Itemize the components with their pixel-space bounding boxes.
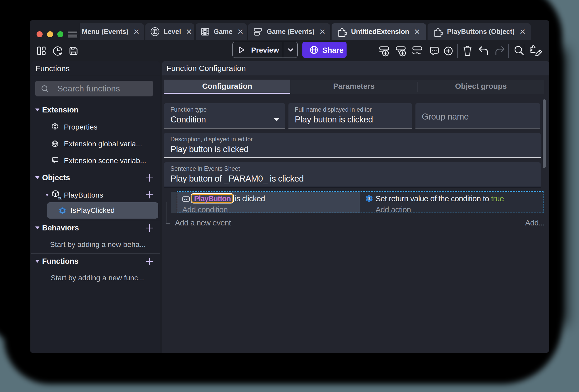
svg-text:?: ? xyxy=(61,208,64,213)
svg-text:OK: OK xyxy=(184,198,188,201)
svg-text:2D: 2D xyxy=(58,196,62,200)
svg-text:G: G xyxy=(368,197,370,200)
